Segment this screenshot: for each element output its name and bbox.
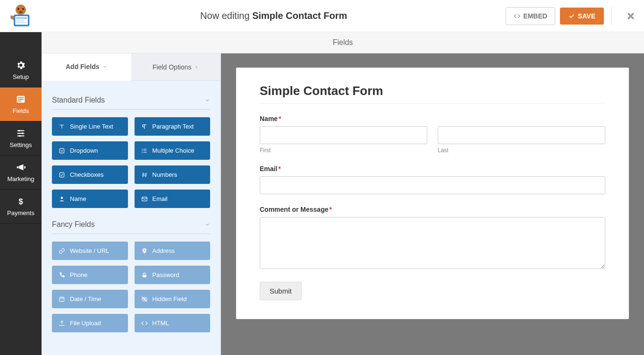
last-name-input[interactable]: [438, 126, 605, 144]
required-asterisk: *: [279, 115, 281, 122]
left-sidebar: Setup Fields Settings Marketing $ Paymen…: [0, 53, 42, 355]
save-button[interactable]: SAVE: [560, 8, 604, 25]
check-icon: [568, 13, 575, 19]
required-asterisk: *: [329, 206, 331, 213]
svg-rect-25: [142, 275, 146, 277]
field-row-email[interactable]: Email*: [260, 165, 605, 194]
field-button-password[interactable]: Password: [135, 266, 211, 284]
embed-button-label: EMBED: [523, 12, 547, 20]
chevron-down-icon: [204, 97, 210, 103]
link-icon: [59, 248, 65, 254]
svg-point-15: [19, 135, 21, 137]
field-button-single-line-text[interactable]: Single Line Text: [52, 117, 128, 136]
group-title: Fancy Fields: [52, 220, 95, 229]
sublabel-last: Last: [438, 147, 605, 154]
chevron-down-icon: [204, 222, 210, 227]
sidebar-item-setup[interactable]: Setup: [0, 53, 42, 87]
field-button-numbers[interactable]: Numbers: [135, 165, 211, 184]
svg-rect-26: [59, 297, 64, 301]
field-row-message[interactable]: Comment or Message*: [260, 206, 605, 270]
text-icon: [59, 123, 65, 130]
field-button-label: Hidden Field: [153, 295, 187, 303]
email-input[interactable]: [260, 176, 605, 194]
field-button-label: Paragraph Text: [153, 123, 194, 130]
header-actions: EMBED SAVE: [506, 7, 612, 25]
group-header[interactable]: Fancy Fields: [52, 212, 210, 234]
field-button-phone[interactable]: Phone: [52, 266, 128, 284]
sidebar-item-settings[interactable]: Settings: [0, 121, 42, 156]
form-icon: [16, 94, 26, 104]
submit-button[interactable]: Submit: [260, 282, 302, 300]
fields-panel: Add Fields Field Options Standard Fields…: [42, 53, 221, 355]
field-button-multiple-choice[interactable]: Multiple Choice: [135, 141, 211, 160]
field-label: Email*: [260, 165, 605, 173]
close-button[interactable]: [618, 11, 644, 21]
svg-point-24: [144, 249, 145, 251]
field-button-dropdown[interactable]: Dropdown: [52, 141, 128, 160]
sidebar-item-label: Settings: [10, 141, 32, 148]
editing-title: Now editing Simple Contact Form: [42, 10, 506, 21]
save-button-label: SAVE: [578, 12, 595, 20]
svg-rect-17: [59, 148, 64, 153]
field-button-hidden-field[interactable]: Hidden Field: [135, 290, 211, 308]
field-button-email[interactable]: Email: [135, 190, 211, 208]
field-button-html[interactable]: HTML: [135, 314, 211, 332]
form-preview-card: Simple Contact Form Name* First Last: [236, 68, 629, 319]
field-button-label: File Upload: [70, 320, 101, 327]
field-button-paragraph-text[interactable]: Paragraph Text: [135, 117, 211, 136]
svg-point-18: [142, 148, 143, 149]
user-icon: [59, 196, 65, 202]
topbar: Now editing Simple Contact Form EMBED SA…: [0, 0, 644, 32]
sidebar-item-marketing[interactable]: Marketing: [0, 156, 42, 190]
field-label: Name*: [260, 115, 605, 122]
svg-text:$: $: [18, 197, 23, 206]
map-pin-icon: [141, 248, 148, 254]
sidebar-item-label: Setup: [13, 73, 29, 80]
field-button-address[interactable]: Address: [135, 242, 211, 260]
editing-form-name: Simple Contact Form: [252, 10, 347, 21]
field-button-file-upload[interactable]: File Upload: [52, 314, 128, 332]
field-button-label: Address: [153, 247, 175, 254]
dollar-icon: $: [16, 196, 26, 207]
sidebar-item-label: Marketing: [7, 175, 34, 182]
sidebar-item-fields[interactable]: Fields: [0, 87, 42, 121]
tab-field-options[interactable]: Field Options: [131, 53, 221, 81]
sidebar-item-payments[interactable]: $ Payments: [0, 190, 42, 224]
field-button-website-url[interactable]: Website / URL: [52, 242, 128, 260]
gear-icon: [16, 60, 26, 70]
field-button-label: Checkboxes: [70, 171, 104, 178]
field-button-name[interactable]: Name: [52, 190, 128, 208]
field-button-label: Numbers: [153, 171, 178, 178]
first-name-input[interactable]: [260, 126, 427, 144]
bullhorn-icon: [16, 162, 26, 173]
divider: [260, 103, 605, 104]
field-row-name[interactable]: Name* First Last: [260, 115, 605, 154]
chevron-right-icon: [194, 65, 199, 69]
svg-rect-6: [16, 17, 27, 18]
svg-rect-10: [18, 97, 24, 98]
tab-label: Add Fields: [66, 63, 100, 70]
embed-button[interactable]: EMBED: [506, 7, 555, 25]
sliders-icon: [16, 128, 26, 139]
preview-area: Simple Contact Form Name* First Last: [221, 53, 644, 355]
sidebar-item-label: Payments: [7, 209, 34, 216]
svg-point-13: [18, 130, 20, 132]
form-title: Simple Contact Form: [260, 84, 605, 98]
field-button-label: Name: [70, 195, 86, 202]
svg-point-14: [22, 132, 24, 134]
field-button-date-time[interactable]: Date / Time: [52, 290, 128, 308]
check-square-icon: [59, 172, 65, 178]
calendar-icon: [59, 296, 65, 303]
sublabel-first: First: [260, 147, 427, 154]
envelope-icon: [141, 196, 148, 202]
message-textarea[interactable]: [260, 217, 605, 269]
field-button-label: Dropdown: [70, 147, 98, 154]
phone-icon: [59, 272, 65, 278]
group-header[interactable]: Standard Fields: [52, 87, 210, 110]
field-button-checkboxes[interactable]: Checkboxes: [52, 165, 128, 184]
paragraph-icon: [141, 123, 148, 130]
field-button-label: Password: [153, 271, 179, 278]
required-asterisk: *: [278, 165, 280, 173]
field-button-label: Phone: [70, 271, 88, 278]
tab-add-fields[interactable]: Add Fields: [42, 53, 131, 81]
